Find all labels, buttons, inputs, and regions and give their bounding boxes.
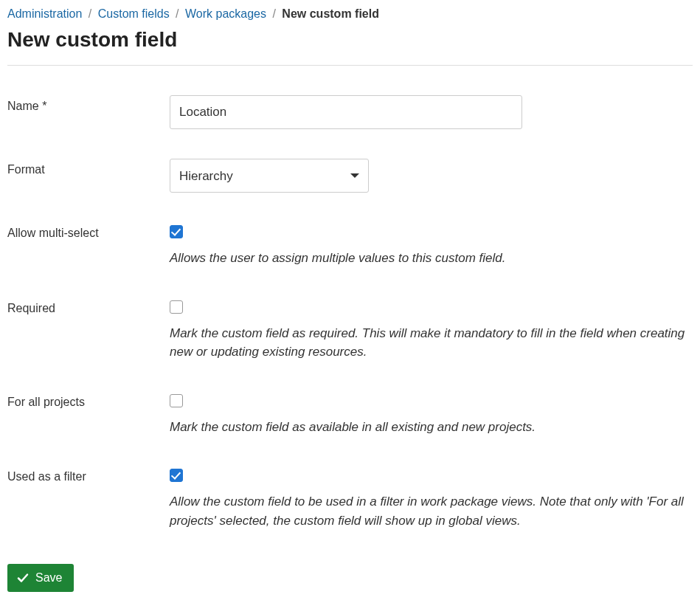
- page-title: New custom field: [7, 28, 693, 52]
- save-button-label: Save: [35, 571, 62, 585]
- breadcrumb: Administration / Custom fields / Work pa…: [7, 7, 693, 21]
- format-select[interactable]: Hierarchy: [170, 159, 369, 193]
- breadcrumb-link-administration[interactable]: Administration: [7, 7, 82, 20]
- required-help: Mark the custom field as required. This …: [170, 324, 686, 362]
- breadcrumb-current: New custom field: [282, 7, 379, 20]
- check-icon: [16, 571, 30, 585]
- name-label: Name *: [7, 95, 170, 113]
- breadcrumb-separator: /: [176, 7, 179, 20]
- used-as-filter-label: Used as a filter: [7, 466, 170, 483]
- name-input[interactable]: [170, 95, 522, 129]
- custom-field-form: Name * Format Hierarchy Allow multi-sele…: [7, 95, 693, 592]
- for-all-projects-label: For all projects: [7, 391, 170, 409]
- breadcrumb-separator: /: [89, 7, 91, 20]
- format-label: Format: [7, 159, 170, 176]
- used-as-filter-checkbox[interactable]: [170, 469, 183, 482]
- for-all-projects-checkbox[interactable]: [170, 394, 183, 407]
- for-all-projects-help: Mark the custom field as available in al…: [170, 418, 686, 437]
- allow-multi-select-help: Allows the user to assign multiple value…: [170, 249, 686, 268]
- breadcrumb-separator: /: [272, 7, 275, 20]
- used-as-filter-help: Allow the custom field to be used in a f…: [170, 492, 686, 530]
- divider: [7, 65, 693, 66]
- breadcrumb-link-custom-fields[interactable]: Custom fields: [98, 7, 170, 20]
- allow-multi-select-checkbox[interactable]: [170, 225, 183, 238]
- required-label: Required: [7, 297, 170, 315]
- breadcrumb-link-work-packages[interactable]: Work packages: [185, 7, 266, 20]
- save-button[interactable]: Save: [7, 564, 74, 592]
- allow-multi-select-label: Allow multi-select: [7, 222, 170, 240]
- required-checkbox[interactable]: [170, 300, 183, 314]
